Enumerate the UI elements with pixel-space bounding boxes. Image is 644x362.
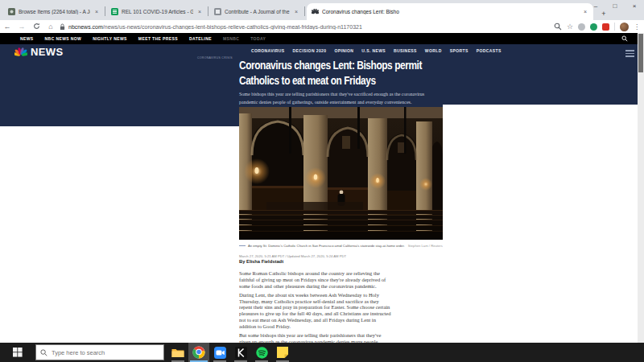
address-bar[interactable]: nbcnews.com/news/us-news/coronavirus-cha… bbox=[60, 22, 554, 31]
extension-icon-2[interactable] bbox=[590, 23, 597, 31]
taskbar-app-spotify[interactable] bbox=[251, 343, 272, 362]
taskbar-app-sticky-notes[interactable] bbox=[272, 343, 293, 362]
start-button[interactable] bbox=[0, 343, 35, 362]
back-button[interactable]: ← bbox=[0, 23, 14, 31]
church-interior-photo bbox=[239, 107, 443, 240]
windows-logo-icon bbox=[13, 348, 23, 357]
window-minimize-button[interactable]: – bbox=[586, 0, 605, 11]
browser-menu-kebab-icon[interactable]: ⋮ bbox=[634, 23, 640, 31]
url-path: /news/us-news/coronavirus-changes-lent-b… bbox=[103, 24, 362, 30]
profile-avatar[interactable] bbox=[620, 23, 629, 31]
caption-credit: Stephen Lam / Reuters bbox=[408, 244, 443, 248]
brand-wordmark: NEWS bbox=[31, 46, 64, 58]
forward-button[interactable]: → bbox=[14, 23, 29, 31]
tab-title: Contribute - A Journal of the Plag bbox=[225, 9, 290, 14]
utility-nav-nbc-news-now[interactable]: NBC NEWS NOW bbox=[45, 36, 82, 41]
home-button[interactable]: ⌂ bbox=[43, 23, 58, 31]
article-paragraph: But some bishops this year are telling t… bbox=[239, 332, 393, 343]
article-kicker: CORONAVIRUS CRISIS bbox=[197, 56, 233, 60]
tab-close-icon[interactable]: × bbox=[293, 9, 299, 14]
site-main-nav: CORONAVIRUS DECISION 2020 OPINION U.S. N… bbox=[251, 48, 525, 53]
extension-icon-3[interactable] bbox=[602, 23, 609, 31]
article-paragraph: During Lent, the about six weeks between… bbox=[239, 292, 393, 330]
tab-title: Browse Items (2264 total) - A Jou bbox=[19, 9, 90, 14]
taskbar-app-zoom[interactable] bbox=[209, 343, 230, 362]
bookmark-star-icon[interactable]: ☆ bbox=[567, 23, 573, 31]
folder-icon bbox=[171, 348, 184, 358]
taskbar-app-file-explorer[interactable] bbox=[167, 343, 188, 362]
article-dateline: March 27, 2020, 5:21 AM PDT / Updated Ma… bbox=[239, 254, 346, 258]
nav-opinion[interactable]: OPINION bbox=[334, 48, 353, 53]
omeka-favicon-icon bbox=[8, 8, 15, 15]
site-menu-hamburger-icon[interactable] bbox=[625, 50, 634, 59]
reload-button[interactable] bbox=[29, 23, 43, 31]
sticky-note-icon bbox=[277, 347, 288, 358]
search-zoom-icon[interactable] bbox=[554, 23, 562, 31]
nbc-peacock-icon bbox=[14, 47, 27, 58]
windows-taskbar: ∧ 11:55 AM 4/25/2020 bbox=[0, 343, 644, 362]
reload-icon bbox=[33, 23, 40, 30]
scrollbar-thumb[interactable] bbox=[638, 34, 643, 72]
article-headline: Coronavirus changes Lent: Bishops permit… bbox=[239, 58, 444, 88]
nav-podcasts[interactable]: PODCASTS bbox=[477, 48, 502, 53]
google-sheets-favicon-icon bbox=[111, 8, 118, 15]
utility-nav-msnbc[interactable]: MSNBC bbox=[223, 36, 239, 41]
tab-close-icon[interactable]: × bbox=[93, 9, 100, 14]
image-caption: An empty St. Dominic's Catholic Church i… bbox=[239, 244, 443, 248]
utility-nav-today[interactable]: TODAY bbox=[250, 36, 266, 41]
padlock-icon bbox=[60, 23, 65, 31]
article-dek: Some bishops this year are telling paris… bbox=[239, 90, 443, 106]
k-app-icon bbox=[235, 347, 247, 359]
utility-nav-meet-the-press[interactable]: MEET THE PRESS bbox=[138, 36, 178, 41]
nav-decision-2020[interactable]: DECISION 2020 bbox=[293, 48, 327, 53]
nbc-peacock-favicon-icon bbox=[312, 8, 319, 15]
browser-tab-strip: Browse Items (2264 total) - A Jou × REL … bbox=[0, 0, 644, 20]
tab-rel101-sheet[interactable]: REL 101 COVID-19 Articles - Goo × bbox=[106, 3, 208, 20]
taskbar-search-input[interactable] bbox=[52, 349, 156, 356]
taskbar-app-chrome[interactable] bbox=[188, 343, 209, 362]
article-byline[interactable]: By Elisha Fieldstadt bbox=[239, 259, 283, 264]
taskbar-app-k[interactable] bbox=[230, 343, 251, 362]
zoom-icon bbox=[214, 347, 226, 359]
window-maximize-button[interactable]: □ bbox=[605, 0, 625, 11]
site-search-icon[interactable] bbox=[621, 35, 628, 42]
browser-toolbar: ← → ⌂ nbcnews.com/news/us-news/coronavir… bbox=[0, 20, 644, 33]
journal-favicon-icon bbox=[214, 8, 221, 15]
url-domain: nbcnews.com bbox=[68, 24, 103, 30]
nbc-utility-bar: NEWS NBC NEWS NOW NIGHTLY NEWS MEET THE … bbox=[0, 33, 638, 44]
tab-title: Coronavirus changes Lent: Bisho bbox=[322, 9, 579, 14]
utility-nav-nightly-news[interactable]: NIGHTLY NEWS bbox=[93, 36, 127, 41]
tab-close-icon[interactable]: × bbox=[196, 9, 203, 14]
extension-icon-1[interactable] bbox=[578, 23, 585, 31]
search-icon bbox=[40, 349, 47, 356]
utility-nav-news[interactable]: NEWS bbox=[20, 36, 34, 41]
nav-business[interactable]: BUSINESS bbox=[394, 48, 417, 53]
article-paragraph: Some Roman Catholic bishops around the c… bbox=[239, 270, 393, 289]
nav-sports[interactable]: SPORTS bbox=[450, 48, 469, 53]
nav-us-news[interactable]: U.S. NEWS bbox=[361, 48, 386, 53]
tab-browse-items[interactable]: Browse Items (2264 total) - A Jou × bbox=[3, 3, 105, 20]
desktop: Browse Items (2264 total) - A Jou × REL … bbox=[0, 0, 644, 362]
tab-contribute-journal[interactable]: Contribute - A Journal of the Plag × bbox=[209, 3, 304, 20]
tab-nbc-article-active[interactable]: Coronavirus changes Lent: Bisho × bbox=[307, 3, 593, 20]
chrome-icon bbox=[192, 346, 205, 359]
utility-nav-dateline[interactable]: DATELINE bbox=[189, 36, 212, 41]
window-close-button[interactable]: × bbox=[625, 0, 644, 11]
nav-world[interactable]: WORLD bbox=[425, 48, 442, 53]
nav-coronavirus[interactable]: CORONAVIRUS bbox=[251, 48, 285, 53]
caption-dash bbox=[239, 245, 246, 246]
page-scrollbar[interactable] bbox=[638, 33, 644, 343]
tab-title: REL 101 COVID-19 Articles - Goo bbox=[122, 9, 193, 14]
hero-image bbox=[239, 107, 443, 240]
nbc-news-logo[interactable]: NEWS bbox=[14, 46, 64, 58]
article-body: Some Roman Catholic bishops around the c… bbox=[239, 270, 393, 343]
spotify-icon bbox=[256, 347, 268, 359]
taskbar-search-box[interactable] bbox=[35, 344, 164, 360]
